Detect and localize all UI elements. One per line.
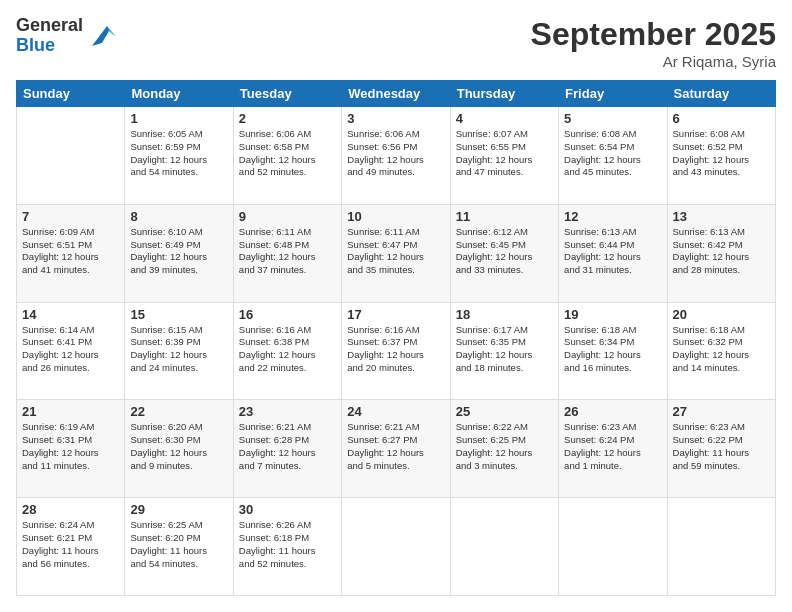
day-number-9: 9 bbox=[239, 209, 336, 224]
day-info-18: Sunrise: 6:17 AM Sunset: 6:35 PM Dayligh… bbox=[456, 324, 553, 375]
day-number-4: 4 bbox=[456, 111, 553, 126]
day-info-1: Sunrise: 6:05 AM Sunset: 6:59 PM Dayligh… bbox=[130, 128, 227, 179]
day-info-26: Sunrise: 6:23 AM Sunset: 6:24 PM Dayligh… bbox=[564, 421, 661, 472]
day-info-27: Sunrise: 6:23 AM Sunset: 6:22 PM Dayligh… bbox=[673, 421, 770, 472]
cell-w0-d2: 2Sunrise: 6:06 AM Sunset: 6:58 PM Daylig… bbox=[233, 107, 341, 205]
day-info-28: Sunrise: 6:24 AM Sunset: 6:21 PM Dayligh… bbox=[22, 519, 119, 570]
day-info-17: Sunrise: 6:16 AM Sunset: 6:37 PM Dayligh… bbox=[347, 324, 444, 375]
day-number-25: 25 bbox=[456, 404, 553, 419]
cell-w0-d6: 6Sunrise: 6:08 AM Sunset: 6:52 PM Daylig… bbox=[667, 107, 775, 205]
cell-w3-d6: 27Sunrise: 6:23 AM Sunset: 6:22 PM Dayli… bbox=[667, 400, 775, 498]
day-number-15: 15 bbox=[130, 307, 227, 322]
day-number-20: 20 bbox=[673, 307, 770, 322]
day-info-9: Sunrise: 6:11 AM Sunset: 6:48 PM Dayligh… bbox=[239, 226, 336, 277]
logo-general: General bbox=[16, 16, 83, 36]
day-info-14: Sunrise: 6:14 AM Sunset: 6:41 PM Dayligh… bbox=[22, 324, 119, 375]
cell-w3-d3: 24Sunrise: 6:21 AM Sunset: 6:27 PM Dayli… bbox=[342, 400, 450, 498]
day-info-6: Sunrise: 6:08 AM Sunset: 6:52 PM Dayligh… bbox=[673, 128, 770, 179]
day-info-12: Sunrise: 6:13 AM Sunset: 6:44 PM Dayligh… bbox=[564, 226, 661, 277]
day-info-11: Sunrise: 6:12 AM Sunset: 6:45 PM Dayligh… bbox=[456, 226, 553, 277]
day-info-30: Sunrise: 6:26 AM Sunset: 6:18 PM Dayligh… bbox=[239, 519, 336, 570]
cell-w4-d1: 29Sunrise: 6:25 AM Sunset: 6:20 PM Dayli… bbox=[125, 498, 233, 596]
cell-w1-d6: 13Sunrise: 6:13 AM Sunset: 6:42 PM Dayli… bbox=[667, 204, 775, 302]
day-number-24: 24 bbox=[347, 404, 444, 419]
svg-marker-0 bbox=[92, 26, 115, 46]
day-info-19: Sunrise: 6:18 AM Sunset: 6:34 PM Dayligh… bbox=[564, 324, 661, 375]
cell-w1-d3: 10Sunrise: 6:11 AM Sunset: 6:47 PM Dayli… bbox=[342, 204, 450, 302]
week-row-1: 7Sunrise: 6:09 AM Sunset: 6:51 PM Daylig… bbox=[17, 204, 776, 302]
day-number-26: 26 bbox=[564, 404, 661, 419]
col-wednesday: Wednesday bbox=[342, 81, 450, 107]
cell-w0-d0 bbox=[17, 107, 125, 205]
col-tuesday: Tuesday bbox=[233, 81, 341, 107]
cell-w1-d1: 8Sunrise: 6:10 AM Sunset: 6:49 PM Daylig… bbox=[125, 204, 233, 302]
week-row-2: 14Sunrise: 6:14 AM Sunset: 6:41 PM Dayli… bbox=[17, 302, 776, 400]
day-info-15: Sunrise: 6:15 AM Sunset: 6:39 PM Dayligh… bbox=[130, 324, 227, 375]
cell-w2-d5: 19Sunrise: 6:18 AM Sunset: 6:34 PM Dayli… bbox=[559, 302, 667, 400]
title-block: September 2025 Ar Riqama, Syria bbox=[531, 16, 776, 70]
header: General Blue September 2025 Ar Riqama, S… bbox=[16, 16, 776, 70]
cell-w2-d2: 16Sunrise: 6:16 AM Sunset: 6:38 PM Dayli… bbox=[233, 302, 341, 400]
cell-w2-d6: 20Sunrise: 6:18 AM Sunset: 6:32 PM Dayli… bbox=[667, 302, 775, 400]
day-number-11: 11 bbox=[456, 209, 553, 224]
day-number-13: 13 bbox=[673, 209, 770, 224]
cell-w4-d5 bbox=[559, 498, 667, 596]
location-subtitle: Ar Riqama, Syria bbox=[531, 53, 776, 70]
day-info-13: Sunrise: 6:13 AM Sunset: 6:42 PM Dayligh… bbox=[673, 226, 770, 277]
day-info-20: Sunrise: 6:18 AM Sunset: 6:32 PM Dayligh… bbox=[673, 324, 770, 375]
logo: General Blue bbox=[16, 16, 117, 56]
cell-w4-d6 bbox=[667, 498, 775, 596]
cell-w2-d1: 15Sunrise: 6:15 AM Sunset: 6:39 PM Dayli… bbox=[125, 302, 233, 400]
day-info-7: Sunrise: 6:09 AM Sunset: 6:51 PM Dayligh… bbox=[22, 226, 119, 277]
day-number-18: 18 bbox=[456, 307, 553, 322]
cell-w3-d4: 25Sunrise: 6:22 AM Sunset: 6:25 PM Dayli… bbox=[450, 400, 558, 498]
calendar-header-row: Sunday Monday Tuesday Wednesday Thursday… bbox=[17, 81, 776, 107]
cell-w0-d4: 4Sunrise: 6:07 AM Sunset: 6:55 PM Daylig… bbox=[450, 107, 558, 205]
cell-w4-d2: 30Sunrise: 6:26 AM Sunset: 6:18 PM Dayli… bbox=[233, 498, 341, 596]
day-number-5: 5 bbox=[564, 111, 661, 126]
week-row-3: 21Sunrise: 6:19 AM Sunset: 6:31 PM Dayli… bbox=[17, 400, 776, 498]
cell-w0-d3: 3Sunrise: 6:06 AM Sunset: 6:56 PM Daylig… bbox=[342, 107, 450, 205]
calendar-table: Sunday Monday Tuesday Wednesday Thursday… bbox=[16, 80, 776, 596]
day-info-29: Sunrise: 6:25 AM Sunset: 6:20 PM Dayligh… bbox=[130, 519, 227, 570]
cell-w3-d2: 23Sunrise: 6:21 AM Sunset: 6:28 PM Dayli… bbox=[233, 400, 341, 498]
day-info-21: Sunrise: 6:19 AM Sunset: 6:31 PM Dayligh… bbox=[22, 421, 119, 472]
col-sunday: Sunday bbox=[17, 81, 125, 107]
col-monday: Monday bbox=[125, 81, 233, 107]
day-number-29: 29 bbox=[130, 502, 227, 517]
cell-w3-d1: 22Sunrise: 6:20 AM Sunset: 6:30 PM Dayli… bbox=[125, 400, 233, 498]
col-thursday: Thursday bbox=[450, 81, 558, 107]
day-number-7: 7 bbox=[22, 209, 119, 224]
day-number-6: 6 bbox=[673, 111, 770, 126]
day-info-5: Sunrise: 6:08 AM Sunset: 6:54 PM Dayligh… bbox=[564, 128, 661, 179]
day-number-21: 21 bbox=[22, 404, 119, 419]
day-info-22: Sunrise: 6:20 AM Sunset: 6:30 PM Dayligh… bbox=[130, 421, 227, 472]
day-info-10: Sunrise: 6:11 AM Sunset: 6:47 PM Dayligh… bbox=[347, 226, 444, 277]
cell-w1-d2: 9Sunrise: 6:11 AM Sunset: 6:48 PM Daylig… bbox=[233, 204, 341, 302]
logo-text: General Blue bbox=[16, 16, 83, 56]
cell-w0-d1: 1Sunrise: 6:05 AM Sunset: 6:59 PM Daylig… bbox=[125, 107, 233, 205]
cell-w4-d4 bbox=[450, 498, 558, 596]
day-info-2: Sunrise: 6:06 AM Sunset: 6:58 PM Dayligh… bbox=[239, 128, 336, 179]
day-number-22: 22 bbox=[130, 404, 227, 419]
week-row-4: 28Sunrise: 6:24 AM Sunset: 6:21 PM Dayli… bbox=[17, 498, 776, 596]
page: General Blue September 2025 Ar Riqama, S… bbox=[0, 0, 792, 612]
day-info-23: Sunrise: 6:21 AM Sunset: 6:28 PM Dayligh… bbox=[239, 421, 336, 472]
day-number-8: 8 bbox=[130, 209, 227, 224]
cell-w0-d5: 5Sunrise: 6:08 AM Sunset: 6:54 PM Daylig… bbox=[559, 107, 667, 205]
day-number-27: 27 bbox=[673, 404, 770, 419]
cell-w2-d4: 18Sunrise: 6:17 AM Sunset: 6:35 PM Dayli… bbox=[450, 302, 558, 400]
day-info-16: Sunrise: 6:16 AM Sunset: 6:38 PM Dayligh… bbox=[239, 324, 336, 375]
logo-blue: Blue bbox=[16, 36, 83, 56]
day-info-8: Sunrise: 6:10 AM Sunset: 6:49 PM Dayligh… bbox=[130, 226, 227, 277]
cell-w2-d3: 17Sunrise: 6:16 AM Sunset: 6:37 PM Dayli… bbox=[342, 302, 450, 400]
week-row-0: 1Sunrise: 6:05 AM Sunset: 6:59 PM Daylig… bbox=[17, 107, 776, 205]
col-friday: Friday bbox=[559, 81, 667, 107]
cell-w4-d3 bbox=[342, 498, 450, 596]
month-title: September 2025 bbox=[531, 16, 776, 53]
day-number-19: 19 bbox=[564, 307, 661, 322]
col-saturday: Saturday bbox=[667, 81, 775, 107]
day-number-23: 23 bbox=[239, 404, 336, 419]
cell-w3-d0: 21Sunrise: 6:19 AM Sunset: 6:31 PM Dayli… bbox=[17, 400, 125, 498]
cell-w1-d5: 12Sunrise: 6:13 AM Sunset: 6:44 PM Dayli… bbox=[559, 204, 667, 302]
